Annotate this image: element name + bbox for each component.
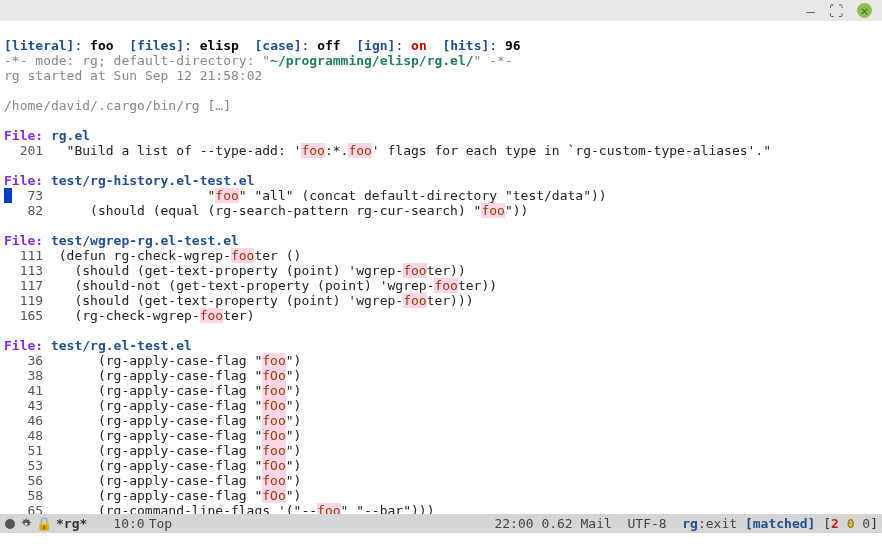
- search-match: foo: [317, 503, 340, 514]
- major-mode: rg: [682, 516, 698, 531]
- result-line[interactable]: (should (equal (rg-search-pattern rg-cur…: [51, 203, 528, 218]
- cursor-position: 10:0: [113, 516, 144, 531]
- line-number[interactable]: 36: [12, 353, 43, 368]
- search-match: foo: [262, 413, 285, 428]
- line-number[interactable]: 58: [12, 488, 43, 503]
- header-ign-key: [ign]: [356, 38, 395, 53]
- result-line[interactable]: (should (get-text-property (point) 'wgre…: [51, 293, 474, 308]
- search-match: fOo: [262, 488, 285, 503]
- search-match: foo: [403, 293, 426, 308]
- header-literal-key: [literal]: [4, 38, 74, 53]
- search-match: foo: [262, 353, 285, 368]
- search-match: foo: [403, 263, 426, 278]
- result-line[interactable]: "Build a list of --type-add: 'foo:*.foo'…: [51, 143, 771, 158]
- search-match: foo: [200, 308, 223, 323]
- close-icon[interactable]: ×: [857, 3, 872, 18]
- result-line[interactable]: (rg-apply-case-flag "foo"): [51, 473, 301, 488]
- result-line[interactable]: (defun rg-check-wgrep-footer (): [51, 248, 301, 263]
- line-number[interactable]: 43: [12, 398, 43, 413]
- rg-counts: [2 0 0]: [823, 516, 878, 531]
- gear-icon[interactable]: [20, 518, 32, 530]
- search-match: fOo: [262, 458, 285, 473]
- rg-results-buffer[interactable]: [literal]: foo [files]: elisp [case]: of…: [0, 21, 882, 514]
- result-line[interactable]: (rg-apply-case-flag "fOo"): [51, 428, 301, 443]
- result-line[interactable]: (rg-apply-case-flag "fOo"): [51, 398, 301, 413]
- line-number[interactable]: 201: [12, 143, 43, 158]
- search-match: foo: [301, 143, 324, 158]
- search-match: foo: [231, 248, 254, 263]
- search-match: foo: [434, 278, 457, 293]
- record-icon: [4, 518, 16, 530]
- header-case-key: [case]: [255, 38, 302, 53]
- line-number[interactable]: 53: [12, 458, 43, 473]
- result-line[interactable]: (should (get-text-property (point) 'wgre…: [51, 263, 466, 278]
- line-number[interactable]: 111: [12, 248, 43, 263]
- line-number[interactable]: 119: [12, 293, 43, 308]
- mail-indicator: Mail: [581, 516, 612, 531]
- result-line[interactable]: (rg-apply-case-flag "foo"): [51, 413, 301, 428]
- header-case-value: off: [317, 38, 340, 53]
- mode-directive: -*- mode: rg; default-directory: "~/prog…: [4, 53, 513, 68]
- result-line[interactable]: (rg-apply-case-flag "fOo"): [51, 488, 301, 503]
- rg-status: [matched]: [745, 516, 815, 531]
- result-line[interactable]: (rg-apply-case-flag "foo"): [51, 383, 301, 398]
- file-name[interactable]: rg.el: [51, 128, 90, 143]
- line-number[interactable]: 56: [12, 473, 43, 488]
- default-directory: ~/programming/elisp/rg.el/: [270, 53, 474, 68]
- search-match: foo: [481, 203, 504, 218]
- search-match: foo: [262, 443, 285, 458]
- rg-exit: :exit: [698, 516, 737, 531]
- text-cursor: [4, 188, 12, 203]
- file-name[interactable]: test/wgrep-rg.el-test.el: [51, 233, 239, 248]
- line-number[interactable]: 48: [12, 428, 43, 443]
- line-number[interactable]: 51: [12, 443, 43, 458]
- file-label: File:: [4, 128, 51, 143]
- line-number[interactable]: 41: [12, 383, 43, 398]
- lock-icon: 🔒: [36, 516, 52, 531]
- line-number[interactable]: 65: [12, 503, 43, 514]
- line-number[interactable]: 117: [12, 278, 43, 293]
- maximize-icon[interactable]: ⛶: [829, 3, 843, 19]
- header-files-value: elisp: [200, 38, 239, 53]
- scroll-position: Top: [149, 516, 172, 531]
- search-match: foo: [262, 473, 285, 488]
- file-label: File:: [4, 173, 51, 188]
- search-match: foo: [215, 188, 238, 203]
- encoding: UTF-8: [628, 516, 667, 531]
- clock: 22:00: [494, 516, 533, 531]
- rg-command-path: /home/david/.cargo/bin/rg […]: [4, 98, 231, 113]
- line-number[interactable]: 73: [12, 188, 43, 203]
- search-match: fOo: [262, 368, 285, 383]
- result-line[interactable]: (rg-apply-case-flag "fOo"): [51, 458, 301, 473]
- buffer-name: *rg*: [56, 516, 87, 531]
- result-line[interactable]: (rg-apply-case-flag "fOo"): [51, 368, 301, 383]
- result-line[interactable]: (rg-check-wgrep-footer): [51, 308, 255, 323]
- line-number[interactable]: 113: [12, 263, 43, 278]
- file-label: File:: [4, 338, 51, 353]
- result-line[interactable]: "foo" "all" (concat default-directory "t…: [51, 188, 607, 203]
- svg-point-1: [25, 522, 28, 525]
- result-line[interactable]: (rg-command-line-flags '("--foo" "--bar"…: [51, 503, 435, 514]
- mode-line: 🔒 *rg* 10:0 Top 22:00 0.62 Mail UTF-8 rg…: [0, 514, 882, 533]
- result-line[interactable]: (should-not (get-text-property (point) '…: [51, 278, 497, 293]
- minimize-icon[interactable]: —: [807, 3, 815, 19]
- header-files-key: [files]: [129, 38, 184, 53]
- window-titlebar: — ⛶ ×: [0, 0, 882, 21]
- line-number[interactable]: 82: [12, 203, 43, 218]
- search-match: foo: [262, 383, 285, 398]
- line-number[interactable]: 46: [12, 413, 43, 428]
- header-hits-value: 96: [505, 38, 521, 53]
- file-name[interactable]: test/rg-history.el-test.el: [51, 173, 255, 188]
- file-name[interactable]: test/rg.el-test.el: [51, 338, 192, 353]
- line-number[interactable]: 38: [12, 368, 43, 383]
- file-label: File:: [4, 233, 51, 248]
- result-line[interactable]: (rg-apply-case-flag "foo"): [51, 353, 301, 368]
- header-hits-key: [hits]: [442, 38, 489, 53]
- search-match: foo: [348, 143, 371, 158]
- load-average: 0.62: [541, 516, 572, 531]
- result-line[interactable]: (rg-apply-case-flag "foo"): [51, 443, 301, 458]
- line-number[interactable]: 165: [12, 308, 43, 323]
- svg-point-0: [5, 519, 15, 529]
- start-timestamp: rg started at Sun Sep 12 21:58:02: [4, 68, 262, 83]
- search-match: fOo: [262, 398, 285, 413]
